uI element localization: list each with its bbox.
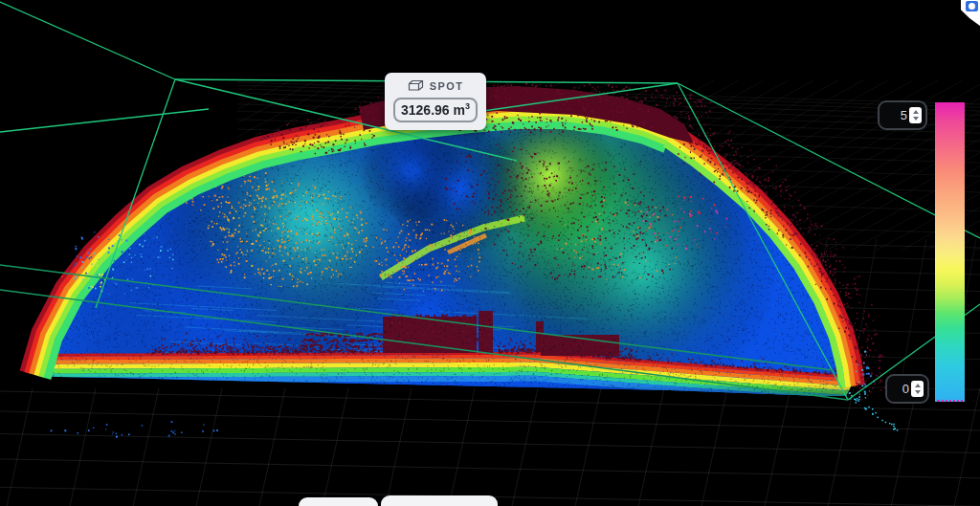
scale-max-input[interactable] (892, 108, 907, 122)
scale-min-box (885, 374, 929, 404)
blue-badge-icon (966, 1, 978, 11)
volume-measurement-tooltip: SPOT 3126.96 m3 (385, 73, 486, 130)
stepper-up-icon[interactable] (913, 110, 919, 114)
bottom-toolbar-button-1[interactable] (299, 497, 378, 506)
clipped-corner-icon[interactable] (961, 0, 980, 26)
scale-max-box (878, 100, 927, 130)
point-cloud-canvas[interactable] (0, 0, 980, 506)
elevation-colorbar (935, 102, 965, 402)
volume-value: 3126.96 m3 (393, 98, 478, 122)
tooltip-label: SPOT (430, 80, 464, 92)
bottom-toolbar-button-2[interactable] (381, 495, 498, 506)
stepper-down-icon[interactable] (915, 390, 921, 394)
scale-min-input[interactable] (894, 382, 909, 396)
stepper-down-icon[interactable] (913, 117, 919, 121)
scale-max-stepper[interactable] (909, 107, 922, 123)
tooltip-header: SPOT (385, 79, 486, 92)
pointcloud-viewport: SPOT 3126.96 m3 (0, 0, 980, 506)
stepper-up-icon[interactable] (915, 384, 921, 387)
scale-min-stepper[interactable] (911, 381, 924, 397)
cube-icon (408, 79, 424, 92)
